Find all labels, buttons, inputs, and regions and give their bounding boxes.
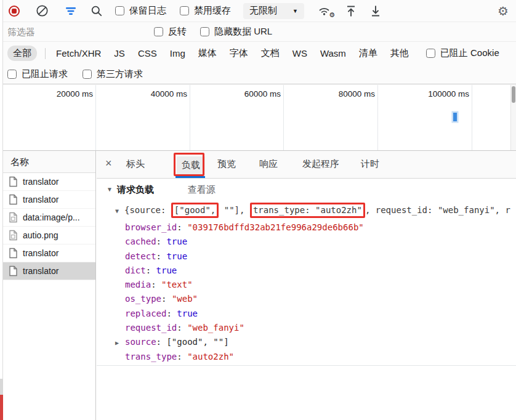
payload-property-list: browser_id: "039176bdffd32ab21fe996a29de…	[97, 220, 516, 364]
type-filter-manifest[interactable]: 清单	[357, 46, 380, 61]
payload-row: dict: true	[97, 264, 516, 278]
document-icon	[9, 194, 18, 205]
image-icon	[9, 212, 18, 223]
hide-data-urls-label: 隐藏数据 URL	[214, 26, 272, 38]
payload-key: os_type	[125, 294, 161, 304]
network-toolbar: 保留日志 禁用缓存 无限制 ▼ ⚙	[3, 0, 516, 22]
type-filter-media[interactable]: 媒体	[196, 46, 219, 61]
invert-filter-checkbox[interactable]	[154, 27, 163, 36]
payload-key: detect	[125, 251, 156, 261]
blocked-cookies-checkbox[interactable]	[426, 49, 435, 58]
filter-toggle-button[interactable]	[65, 7, 77, 15]
type-filter-css[interactable]: CSS	[135, 46, 159, 60]
payload-key: cached	[125, 236, 156, 246]
tab-timing[interactable]: 计时	[361, 158, 379, 170]
payload-row: os_type: "web"	[97, 292, 516, 306]
payload-row: detect: true	[97, 249, 516, 264]
payload-row: cached: true	[97, 235, 516, 249]
clear-network-log-button[interactable]	[36, 4, 49, 17]
record-network-log-button[interactable]	[9, 6, 20, 17]
type-filter-all[interactable]: 全部	[7, 46, 37, 61]
type-filter-doc[interactable]: 文档	[259, 46, 282, 61]
timeline-gridline	[283, 85, 284, 150]
waterfall-request-bar[interactable]	[453, 113, 457, 121]
settings-gear-button[interactable]: ⚙	[498, 4, 509, 18]
type-filter-img[interactable]: Img	[167, 46, 188, 60]
request-row-selected[interactable]: translator	[3, 262, 95, 280]
detail-tabbar: × 标头 负载 预览 响应 发起程序 计时	[97, 151, 516, 179]
timeline-gridline	[472, 85, 472, 150]
tab-preview[interactable]: 预览	[217, 158, 236, 170]
resource-type-filter-bar: 全部 Fetch/XHR JS CSS Img 媒体 字体 文档 WS Wasm…	[3, 42, 516, 65]
filter-bar: 反转 隐藏数据 URL	[3, 22, 516, 42]
preserve-log-option: 保留日志	[115, 5, 166, 17]
export-har-button[interactable]	[369, 4, 382, 18]
payload-value: ["good", ""]	[166, 337, 228, 347]
request-row[interactable]: translator	[3, 191, 95, 209]
throttling-select[interactable]: 无限制 ▼	[243, 3, 304, 19]
payload-view: ▼ 请求负载 查看源 ▼ {source: ["good", ""], tran…	[97, 179, 516, 420]
request-name: translator	[23, 195, 58, 204]
third-party-requests-checkbox[interactable]	[83, 70, 92, 79]
request-name: translator	[23, 266, 58, 276]
preserve-log-checkbox[interactable]	[115, 6, 124, 15]
payload-key: media	[125, 280, 151, 289]
network-conditions-button[interactable]: ⚙	[318, 5, 333, 17]
hide-data-urls-option: 隐藏数据 URL	[200, 26, 272, 38]
blocked-cookies-label: 已阻止 Cookie	[440, 47, 499, 59]
payload-row: browser_id: "039176bdffd32ab21fe996a29de…	[97, 220, 516, 235]
timeline-tick: 20000 ms	[29, 89, 93, 99]
invert-filter-label: 反转	[168, 26, 187, 38]
payload-value: "039176bdffd32ab21fe996a29de6b66b"	[187, 222, 364, 232]
payload-value: true	[166, 251, 187, 261]
request-name: translator	[23, 177, 58, 187]
timeline-gridline	[95, 85, 96, 150]
blocked-cookies-option: 已阻止 Cookie	[426, 47, 499, 59]
request-row[interactable]: translator	[3, 244, 95, 262]
view-source-link[interactable]: 查看源	[188, 184, 216, 196]
request-list-panel: 名称 translator translator data:image/p...	[3, 151, 96, 420]
timeline-tick: 80000 ms	[311, 89, 375, 99]
import-har-icon	[345, 4, 357, 18]
disable-cache-label: 禁用缓存	[194, 5, 231, 17]
payload-value: "text"	[161, 280, 193, 289]
disable-cache-checkbox[interactable]	[180, 6, 189, 15]
tab-response[interactable]: 响应	[259, 158, 278, 170]
timeline-overview[interactable]: 20000 ms 40000 ms 60000 ms 80000 ms 1000…	[3, 85, 516, 151]
request-row[interactable]: data:image/p...	[3, 209, 95, 227]
filter-input[interactable]	[7, 25, 146, 39]
tab-payload[interactable]: 负载	[177, 156, 205, 174]
payload-key: browser_id	[125, 222, 177, 232]
blocked-requests-option: 已阻止请求	[7, 68, 68, 80]
tab-headers[interactable]: 标头	[126, 158, 145, 170]
type-filter-fetch-xhr[interactable]: Fetch/XHR	[54, 46, 103, 60]
import-har-button[interactable]	[345, 4, 357, 18]
request-row[interactable]: autio.png	[3, 227, 95, 244]
expand-caret-icon[interactable]: ▶	[115, 336, 119, 350]
payload-summary-row[interactable]: ▼ {source: ["good", ""], trans_type: "au…	[97, 203, 516, 217]
payload-value: true	[166, 236, 187, 246]
close-detail-button[interactable]: ×	[105, 157, 112, 170]
timeline-scrollbar	[510, 85, 516, 150]
type-filter-wasm[interactable]: Wasm	[318, 46, 349, 60]
collapse-caret-icon[interactable]: ▼	[115, 204, 119, 218]
summary-boxed-trans-type: trans_type: "auto2zh"	[253, 205, 362, 215]
page-edge-gray-strip	[0, 379, 3, 395]
annotation-box-source-value: ["good",	[171, 203, 219, 218]
tab-initiator[interactable]: 发起程序	[302, 158, 339, 170]
request-row[interactable]: translator	[3, 173, 95, 191]
timeline-scrollbar-thumb[interactable]	[512, 86, 515, 103]
search-button[interactable]	[91, 5, 103, 17]
type-filter-js[interactable]: JS	[111, 46, 127, 60]
blocked-requests-checkbox[interactable]	[7, 70, 17, 79]
type-filter-ws[interactable]: WS	[290, 46, 310, 60]
timeline-gridline	[377, 85, 378, 150]
request-filter-bar: 已阻止请求 第三方请求	[3, 65, 516, 84]
name-column-header[interactable]: 名称	[3, 151, 95, 173]
hide-data-urls-checkbox[interactable]	[200, 27, 209, 36]
type-filter-other[interactable]: 其他	[388, 46, 411, 61]
collapse-caret-icon[interactable]: ▼	[107, 186, 113, 193]
page-edge-red-strip	[0, 395, 3, 420]
type-filter-font[interactable]: 字体	[227, 46, 251, 61]
timeline-tick: 40000 ms	[123, 89, 187, 99]
